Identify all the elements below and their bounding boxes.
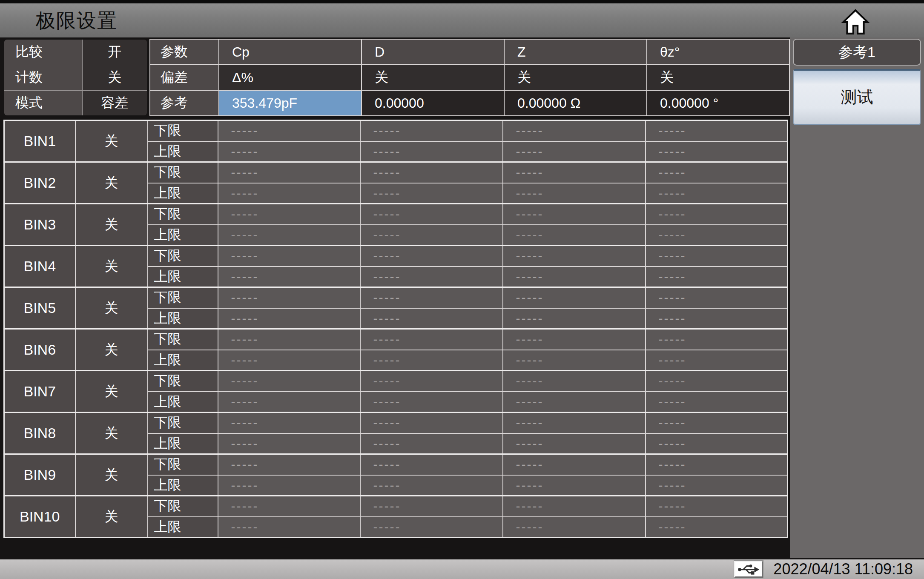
upper-limit-value[interactable]: -----	[360, 475, 503, 496]
lower-limit-value[interactable]: -----	[503, 413, 646, 433]
lower-limit-value[interactable]: -----	[360, 454, 503, 475]
lower-limit-value[interactable]: -----	[646, 246, 788, 267]
reference-theta-value[interactable]: 0.00000 °	[647, 90, 789, 116]
upper-limit-value[interactable]: -----	[360, 392, 503, 413]
upper-limit-value[interactable]: -----	[360, 183, 503, 204]
lower-limit-value[interactable]: -----	[218, 413, 360, 433]
upper-limit-value[interactable]: -----	[646, 183, 788, 204]
upper-limit-value[interactable]: -----	[360, 517, 503, 538]
lower-limit-value[interactable]: -----	[646, 162, 788, 183]
upper-limit-value[interactable]: -----	[646, 225, 788, 246]
lower-limit-value[interactable]: -----	[218, 496, 360, 517]
lower-limit-value[interactable]: -----	[503, 454, 646, 475]
parameter-theta-cell[interactable]: θz°	[647, 39, 789, 65]
bin-state-button[interactable]: 关	[75, 329, 148, 371]
lower-limit-value[interactable]: -----	[218, 371, 360, 392]
upper-limit-value[interactable]: -----	[503, 267, 646, 287]
lower-limit-value[interactable]: -----	[218, 162, 360, 183]
upper-limit-value[interactable]: -----	[218, 141, 360, 162]
lower-limit-value[interactable]: -----	[503, 204, 646, 225]
lower-limit-value[interactable]: -----	[503, 329, 646, 350]
bin-state-button[interactable]: 关	[75, 246, 148, 287]
lower-limit-value[interactable]: -----	[218, 120, 360, 141]
deviation-cp-cell[interactable]: Δ%	[219, 65, 362, 90]
compare-state-button[interactable]: 开	[82, 39, 147, 65]
bin-state-button[interactable]: 关	[75, 287, 148, 329]
upper-limit-value[interactable]: -----	[503, 308, 646, 329]
reference-cp-value[interactable]: 353.479pF	[219, 90, 362, 116]
upper-limit-value[interactable]: -----	[646, 433, 788, 454]
upper-limit-value[interactable]: -----	[646, 475, 788, 496]
mode-state-button[interactable]: 容差	[82, 90, 147, 116]
upper-limit-value[interactable]: -----	[360, 141, 503, 162]
upper-limit-value[interactable]: -----	[503, 433, 646, 454]
upper-limit-value[interactable]: -----	[360, 308, 503, 329]
parameter-cp-cell[interactable]: Cp	[219, 39, 362, 65]
lower-limit-value[interactable]: -----	[503, 162, 646, 183]
lower-limit-value[interactable]: -----	[503, 120, 646, 141]
lower-limit-value[interactable]: -----	[360, 162, 503, 183]
lower-limit-value[interactable]: -----	[360, 246, 503, 267]
upper-limit-value[interactable]: -----	[646, 267, 788, 287]
lower-limit-value[interactable]: -----	[646, 204, 788, 225]
home-icon[interactable]	[841, 9, 869, 35]
lower-limit-value[interactable]: -----	[360, 120, 503, 141]
reference-d-value[interactable]: 0.00000	[362, 90, 504, 116]
deviation-z-cell[interactable]: 关	[504, 65, 647, 90]
upper-limit-value[interactable]: -----	[218, 392, 360, 413]
lower-limit-value[interactable]: -----	[503, 496, 646, 517]
upper-limit-value[interactable]: -----	[218, 475, 360, 496]
lower-limit-value[interactable]: -----	[360, 329, 503, 350]
deviation-theta-cell[interactable]: 关	[647, 65, 789, 90]
bin-state-button[interactable]: 关	[75, 454, 148, 496]
reference-1-button[interactable]: 参考1	[793, 39, 921, 66]
upper-limit-value[interactable]: -----	[503, 475, 646, 496]
lower-limit-value[interactable]: -----	[646, 413, 788, 433]
upper-limit-value[interactable]: -----	[646, 141, 788, 162]
lower-limit-value[interactable]: -----	[646, 496, 788, 517]
bin-state-button[interactable]: 关	[75, 162, 148, 204]
bin-state-button[interactable]: 关	[75, 120, 148, 162]
upper-limit-value[interactable]: -----	[360, 433, 503, 454]
upper-limit-value[interactable]: -----	[503, 517, 646, 538]
upper-limit-value[interactable]: -----	[503, 183, 646, 204]
upper-limit-value[interactable]: -----	[503, 225, 646, 246]
upper-limit-value[interactable]: -----	[218, 433, 360, 454]
lower-limit-value[interactable]: -----	[218, 246, 360, 267]
lower-limit-value[interactable]: -----	[503, 246, 646, 267]
upper-limit-value[interactable]: -----	[360, 350, 503, 371]
lower-limit-value[interactable]: -----	[360, 496, 503, 517]
upper-limit-value[interactable]: -----	[503, 392, 646, 413]
lower-limit-value[interactable]: -----	[646, 329, 788, 350]
bin-state-button[interactable]: 关	[75, 204, 148, 246]
lower-limit-value[interactable]: -----	[503, 371, 646, 392]
lower-limit-value[interactable]: -----	[646, 120, 788, 141]
upper-limit-value[interactable]: -----	[218, 517, 360, 538]
upper-limit-value[interactable]: -----	[646, 392, 788, 413]
lower-limit-value[interactable]: -----	[360, 371, 503, 392]
lower-limit-value[interactable]: -----	[360, 413, 503, 433]
lower-limit-value[interactable]: -----	[360, 204, 503, 225]
lower-limit-value[interactable]: -----	[218, 454, 360, 475]
upper-limit-value[interactable]: -----	[218, 225, 360, 246]
lower-limit-value[interactable]: -----	[360, 287, 503, 308]
lower-limit-value[interactable]: -----	[218, 329, 360, 350]
upper-limit-value[interactable]: -----	[646, 308, 788, 329]
lower-limit-value[interactable]: -----	[218, 204, 360, 225]
bin-state-button[interactable]: 关	[75, 413, 148, 454]
upper-limit-value[interactable]: -----	[218, 267, 360, 287]
upper-limit-value[interactable]: -----	[218, 350, 360, 371]
lower-limit-value[interactable]: -----	[646, 287, 788, 308]
bin-state-button[interactable]: 关	[75, 496, 148, 538]
lower-limit-value[interactable]: -----	[646, 371, 788, 392]
deviation-d-cell[interactable]: 关	[362, 65, 504, 90]
upper-limit-value[interactable]: -----	[646, 350, 788, 371]
parameter-z-cell[interactable]: Z	[504, 39, 647, 65]
parameter-d-cell[interactable]: D	[362, 39, 504, 65]
bin-state-button[interactable]: 关	[75, 371, 148, 413]
lower-limit-value[interactable]: -----	[503, 287, 646, 308]
lower-limit-value[interactable]: -----	[218, 287, 360, 308]
test-button[interactable]: 测试	[793, 69, 921, 125]
upper-limit-value[interactable]: -----	[360, 267, 503, 287]
reference-z-value[interactable]: 0.00000 Ω	[504, 90, 647, 116]
